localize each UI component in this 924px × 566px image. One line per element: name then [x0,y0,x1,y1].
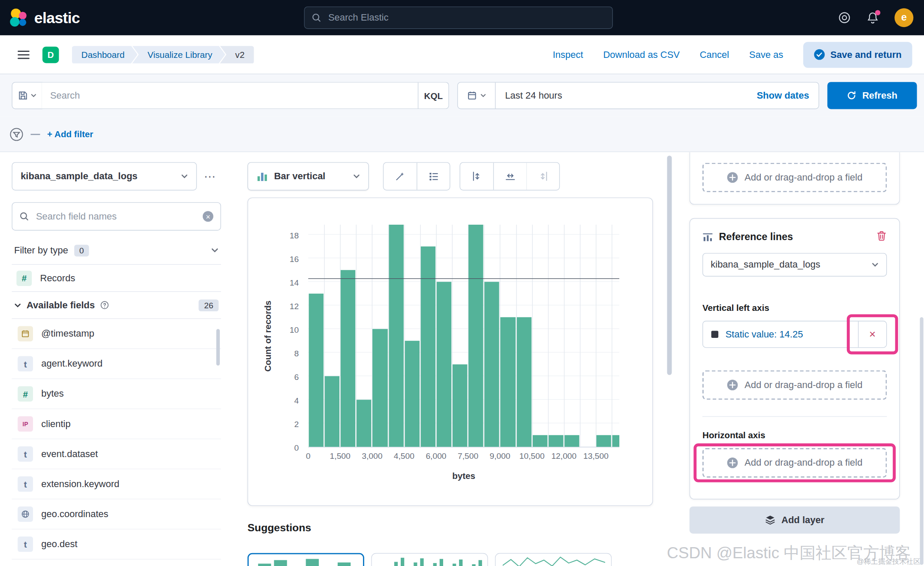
y-tick-label: 6 [294,372,299,382]
delete-layer-button[interactable] [876,231,887,244]
notifications-button[interactable] [866,11,879,24]
histogram-bar[interactable] [373,329,388,447]
histogram-bar[interactable] [453,364,468,447]
save-as-button[interactable]: Save as [749,49,783,60]
breadcrumb-item[interactable]: Dashboard [72,46,138,63]
panel-scrollbar[interactable] [667,156,672,375]
user-avatar[interactable]: e [894,8,913,27]
visual-options-icon [395,171,405,182]
download-csv-button[interactable]: Download as CSV [603,49,680,60]
x-tick-label: 0 [306,451,311,461]
axis-settings-group [460,162,560,190]
histogram-bar[interactable] [309,294,324,447]
histogram-bar[interactable] [357,400,372,447]
help-icon[interactable] [838,11,851,24]
hamburger-menu-icon[interactable] [12,43,36,66]
drop-zone[interactable]: Add or drag-and-drop a field [702,370,887,400]
x-tick-label: 13,500 [583,451,609,461]
watermark: @稀土掘金技术社区 [857,557,921,566]
mini-bar-chart [381,560,482,566]
histogram-bar[interactable] [549,435,564,447]
y-axis: 024681012141618 [248,225,303,448]
y-tick-label: 10 [290,325,299,334]
previous-layer-card: Add or drag-and-drop a field [690,152,900,205]
remove-static-value-button[interactable]: × [858,321,886,347]
app-toolbar: D DashboardVisualize Libraryv2 Inspect D… [0,36,924,75]
filter-icon[interactable] [9,127,24,141]
plus-circle-icon [727,379,739,391]
legend-settings-button[interactable] [417,163,450,190]
show-dates-link[interactable]: Show dates [757,90,819,101]
bottom-axis-settings-button[interactable] [493,163,526,190]
visual-options-button[interactable] [384,163,417,190]
histogram-bar[interactable] [468,225,483,447]
layers-icon [765,515,776,525]
y-tick-label: 2 [294,419,299,429]
left-axis-icon [471,171,482,182]
x-tick-label: 7,500 [458,451,478,461]
time-range-value[interactable]: Last 24 hours [495,90,562,101]
histogram-bar[interactable] [341,270,356,447]
saved-query-menu-button[interactable] [12,82,43,109]
histogram-bar[interactable] [437,282,452,447]
chart-type-switcher[interactable]: Bar vertical [248,162,369,190]
chevron-down-icon [353,173,360,180]
chart-panel: Count of records 024681012141618 01,5003… [248,198,653,506]
kibana-lens-editor: elastic e D DashboardVisualize Libraryv2… [0,0,924,566]
breadcrumb-item[interactable]: Visualize Library [132,46,225,63]
suggestions-title: Suggestions [248,522,312,534]
histogram-bar[interactable] [516,317,531,447]
refresh-icon [847,91,856,100]
histogram-bar[interactable] [421,247,436,447]
histogram-bar[interactable] [597,435,612,447]
histogram-bar[interactable] [325,376,340,447]
drop-zone[interactable]: Add or drag-and-drop a field [702,163,887,193]
histogram-bar[interactable] [612,435,619,447]
histogram-bar[interactable] [564,435,579,447]
elastic-logo [8,8,28,28]
global-search[interactable] [304,6,613,29]
left-axis-settings-button[interactable] [460,163,493,190]
inspect-button[interactable]: Inspect [553,49,583,60]
y-tick-label: 4 [294,396,299,405]
chev-down-icon [30,93,36,99]
horizontal-axis-drop-zone[interactable]: Add or drag-and-drop a field [702,448,887,478]
refresh-button[interactable]: Refresh [828,82,917,109]
notification-badge [875,10,880,15]
y-tick-label: 12 [290,301,299,311]
saved-query-icon [18,91,27,100]
histogram-bar[interactable] [485,282,500,447]
main-content: kibana_sample_data_logs ⋯ × Filter by ty… [0,152,924,566]
elastic-brand[interactable]: elastic [8,8,80,28]
x-tick-label: 3,000 [362,451,382,461]
histogram-bar[interactable] [533,435,548,447]
reference-lines-card: Reference lines kibana_sample_data_logs … [690,218,900,500]
space-badge[interactable]: D [42,46,59,63]
suggestion-card[interactable] [371,553,488,566]
add-filter-button[interactable]: + Add filter [47,129,93,139]
save-and-return-button[interactable]: Save and return [803,42,912,68]
date-picker-button[interactable] [458,83,495,109]
x-axis-title: bytes [452,470,475,480]
add-layer-button[interactable]: Add layer [690,506,900,533]
layer-config-panel: Add or drag-and-drop a field Reference l… [690,152,900,534]
page-scrollbar[interactable] [920,317,923,565]
right-axis-settings-button[interactable] [526,163,559,190]
filter-bar: + Add filter [0,117,924,152]
plus-circle-icon [727,172,739,184]
x-tick-label: 4,500 [394,451,414,461]
histogram-bar[interactable] [389,225,404,447]
reference-data-view-select[interactable]: kibana_sample_data_logs [702,253,887,277]
y-tick-label: 18 [290,231,299,240]
suggestion-card[interactable] [248,553,364,566]
kql-search-input[interactable] [42,90,418,101]
global-search-input[interactable] [327,12,605,24]
histogram-bar[interactable] [501,317,516,447]
query-language-badge[interactable]: KQL [418,83,449,109]
cancel-button[interactable]: Cancel [700,49,729,60]
suggestion-card[interactable] [495,553,612,566]
static-value-button[interactable]: Static value: 14.25 [703,321,858,347]
histogram-bar[interactable] [405,341,420,447]
y-tick-label: 0 [294,443,299,452]
chart-plot[interactable] [308,225,619,448]
